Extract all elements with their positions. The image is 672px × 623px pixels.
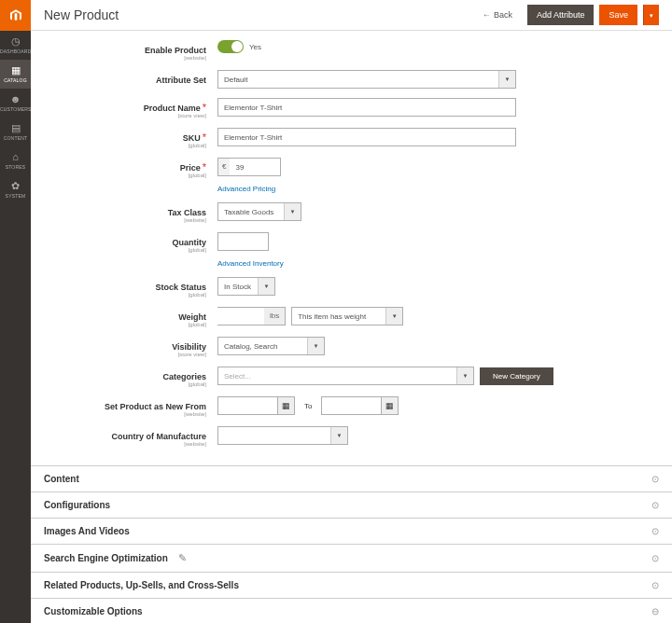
layers-icon: ▤	[0, 123, 31, 133]
enable-product-value: Yes	[249, 43, 261, 51]
gear-icon: ✿	[0, 181, 31, 191]
price-label: Price	[180, 163, 201, 173]
product-form: Enable Product [website] Yes Attribute S…	[31, 31, 672, 465]
pencil-icon[interactable]: ✎	[178, 552, 187, 563]
sidebar: ◷ DASHBOARD ▦ CATALOG ☻ CUSTOMERS ▤ CONT…	[0, 0, 31, 623]
expand-icon: ⊙	[651, 580, 659, 590]
country-select[interactable]: ▼	[217, 426, 348, 445]
tax-class-label: Tax Class	[168, 208, 206, 217]
header-actions: Back Add Attribute Save	[473, 5, 659, 25]
sku-label: SKU	[183, 133, 201, 143]
enable-product-toggle[interactable]	[217, 40, 244, 53]
collapse-icon: ⊖	[651, 606, 659, 616]
new-from-date[interactable]: ▦	[217, 396, 295, 415]
chevron-down-icon: ▼	[258, 278, 274, 295]
country-label: Country of Manufacture	[111, 432, 206, 441]
weight-type-select[interactable]: This item has weight ▼	[291, 307, 403, 325]
sidebar-item-catalog[interactable]: ▦ CATALOG	[0, 60, 31, 89]
sidebar-item-dashboard[interactable]: ◷ DASHBOARD	[0, 31, 31, 60]
scope-label: [global]	[49, 381, 206, 387]
new-from-label: Set Product as New From	[105, 402, 206, 411]
collapsible-sections: Content ⊙ Configurations ⊙ Images And Vi…	[31, 465, 672, 623]
attribute-set-select[interactable]: Default ▼	[217, 70, 516, 89]
magento-logo-icon[interactable]	[0, 0, 31, 31]
back-button[interactable]: Back	[473, 5, 522, 25]
new-category-button[interactable]: New Category	[480, 367, 553, 385]
currency-prefix: €	[217, 158, 230, 176]
expand-icon: ⊙	[651, 553, 659, 563]
scope-label: [website]	[49, 411, 206, 417]
gauge-icon: ◷	[0, 36, 31, 47]
save-dropdown-button[interactable]	[643, 5, 659, 25]
section-content[interactable]: Content ⊙	[31, 466, 672, 492]
date-to-label: To	[304, 402, 312, 410]
sidebar-item-stores[interactable]: ⌂ STORES	[0, 146, 31, 175]
section-images-videos[interactable]: Images And Videos ⊙	[31, 519, 672, 545]
expand-icon: ⊙	[651, 500, 659, 510]
scope-label: [global]	[49, 247, 206, 253]
scope-label: [global]	[49, 143, 206, 148]
stock-status-select[interactable]: In Stock ▼	[217, 277, 275, 296]
scope-label: [website]	[49, 55, 206, 61]
expand-icon: ⊙	[651, 526, 659, 536]
user-icon: ☻	[0, 94, 31, 104]
visibility-label: Visibility	[172, 342, 206, 352]
scope-label: [website]	[49, 441, 206, 447]
scope-label: [store view]	[49, 113, 206, 118]
sidebar-item-system[interactable]: ✿ SYSTEM	[0, 175, 31, 204]
section-configurations[interactable]: Configurations ⊙	[31, 492, 672, 519]
weight-unit: lbs	[264, 307, 286, 325]
quantity-input[interactable]	[217, 232, 269, 251]
stock-status-label: Stock Status	[155, 283, 206, 292]
advanced-inventory-link[interactable]: Advanced Inventory	[217, 259, 284, 268]
page-title: New Product	[44, 7, 473, 22]
add-attribute-button[interactable]: Add Attribute	[527, 5, 595, 25]
save-button[interactable]: Save	[599, 5, 637, 25]
scope-label: [website]	[49, 217, 206, 223]
categories-label: Categories	[162, 372, 206, 381]
sku-input[interactable]	[217, 128, 516, 146]
section-customizable-options[interactable]: Customizable Options ⊖	[31, 599, 672, 623]
chevron-down-icon: ▼	[330, 427, 347, 444]
sidebar-item-customers[interactable]: ☻ CUSTOMERS	[0, 89, 31, 118]
quantity-label: Quantity	[172, 238, 206, 247]
tax-class-select[interactable]: Taxable Goods ▼	[217, 202, 301, 221]
scope-label: [global]	[49, 322, 206, 327]
section-seo[interactable]: Search Engine Optimization ✎ ⊙	[31, 545, 672, 573]
categories-select[interactable]: Select... ▼	[217, 367, 474, 385]
page-header: New Product Back Add Attribute Save	[31, 0, 672, 31]
calendar-icon[interactable]: ▦	[382, 396, 399, 415]
grid-icon: ▦	[0, 65, 31, 76]
chevron-down-icon: ▼	[498, 71, 515, 88]
new-to-date[interactable]: ▦	[321, 396, 399, 415]
price-input[interactable]	[230, 158, 281, 176]
chevron-down-icon: ▼	[385, 308, 402, 325]
attribute-set-label: Attribute Set	[156, 76, 206, 85]
product-name-label: Product Name	[144, 104, 201, 113]
scope-label: [store view]	[49, 352, 206, 357]
sidebar-item-content[interactable]: ▤ CONTENT	[0, 118, 31, 146]
main-content: Enable Product [website] Yes Attribute S…	[31, 0, 672, 623]
product-name-input[interactable]	[217, 98, 516, 117]
scope-label: [global]	[49, 173, 206, 178]
weight-input[interactable]	[217, 307, 264, 325]
store-icon: ⌂	[0, 152, 31, 162]
visibility-select[interactable]: Catalog, Search ▼	[217, 337, 325, 355]
chevron-down-icon: ▼	[307, 338, 324, 354]
enable-product-label: Enable Product	[145, 46, 206, 55]
scope-label: [global]	[49, 292, 206, 298]
section-related-products[interactable]: Related Products, Up-Sells, and Cross-Se…	[31, 573, 672, 599]
weight-label: Weight	[178, 312, 206, 322]
chevron-down-icon: ▼	[284, 203, 301, 220]
calendar-icon[interactable]: ▦	[278, 396, 295, 415]
chevron-down-icon: ▼	[456, 367, 473, 384]
advanced-pricing-link[interactable]: Advanced Pricing	[217, 185, 275, 193]
expand-icon: ⊙	[651, 474, 659, 484]
